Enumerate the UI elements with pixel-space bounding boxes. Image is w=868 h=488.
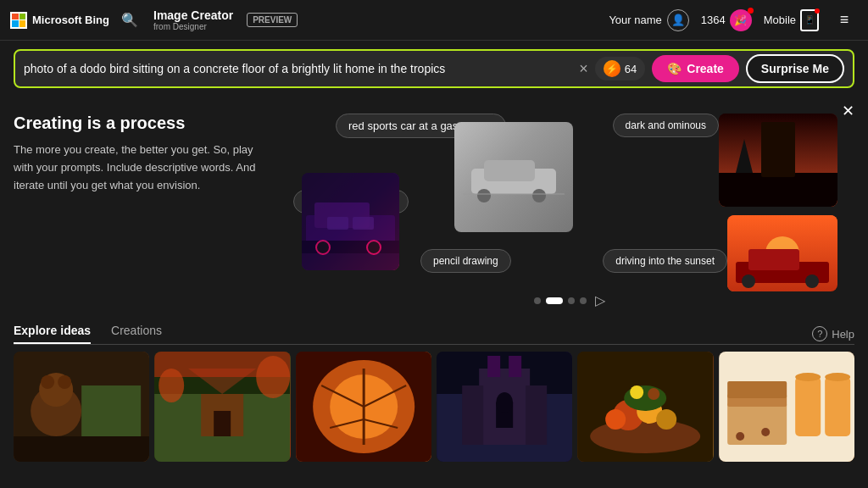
car-sketch-image [454, 122, 573, 232]
gallery-item-leaves[interactable] [296, 352, 431, 462]
svg-rect-20 [748, 249, 799, 270]
svg-point-36 [256, 356, 290, 398]
help-label: Help [832, 328, 854, 341]
create-label: Create [687, 62, 724, 75]
svg-point-68 [825, 373, 850, 381]
gallery-img-cabin [154, 352, 290, 462]
carousel-area: ✕ red sports car at a gas station neon, … [285, 105, 854, 308]
gallery-item-castle[interactable] [437, 352, 572, 462]
svg-rect-16 [761, 122, 795, 177]
svg-rect-12 [353, 217, 374, 230]
svg-rect-34 [214, 411, 231, 436]
mobile-block[interactable]: Mobile 📱 [764, 9, 819, 31]
create-icon: 🎨 [667, 62, 682, 75]
svg-rect-52 [509, 356, 521, 377]
header: Microsoft Bing 🔍 Image Creator from Desi… [0, 0, 868, 41]
suggestion-bubble-4[interactable]: dark and ominous [613, 114, 719, 137]
credits-pill: ⚡ 64 [595, 57, 645, 80]
svg-point-26 [41, 375, 54, 389]
suggestion-bubble-5[interactable]: driving into the sunset [603, 249, 727, 273]
search-icon[interactable]: 🔍 [116, 7, 143, 34]
svg-point-22 [805, 274, 819, 288]
svg-rect-51 [487, 356, 500, 377]
neon-car-visual [302, 173, 399, 270]
help-icon: ? [812, 326, 827, 341]
menu-button[interactable]: ≡ [831, 7, 858, 34]
gallery-row [14, 352, 854, 462]
svg-point-27 [58, 375, 71, 389]
neon-car-image [302, 173, 399, 270]
user-info[interactable]: Your name 👤 [609, 9, 688, 31]
svg-rect-28 [81, 385, 141, 436]
gallery-item-cabin[interactable] [154, 352, 290, 462]
svg-rect-66 [825, 377, 850, 436]
preview-badge: PREVIEW [247, 13, 298, 27]
svg-point-21 [742, 274, 755, 288]
bottom-section: Explore ideas Creations ? Help [0, 324, 868, 462]
bing-logo-icon [10, 12, 27, 29]
search-input[interactable] [24, 62, 572, 75]
svg-rect-29 [14, 436, 149, 462]
tabs-row: Explore ideas Creations ? Help [14, 324, 854, 345]
coins-block[interactable]: 1364 🎉 [701, 9, 752, 31]
svg-point-72 [736, 432, 744, 441]
gallery-img-fruits [577, 352, 713, 462]
tab-explore-ideas[interactable]: Explore ideas [14, 324, 91, 344]
svg-point-37 [159, 369, 184, 402]
red-car-sunset-image [727, 215, 837, 291]
gallery-item-drinks[interactable] [719, 352, 854, 462]
svg-rect-1 [484, 160, 535, 181]
svg-point-9 [316, 241, 330, 254]
red-car-sunset-visual [727, 215, 837, 291]
help-link[interactable]: ? Help [812, 326, 854, 341]
svg-rect-11 [327, 217, 348, 230]
dot-4[interactable] [580, 297, 587, 304]
search-bar-inner: × ⚡ 64 🎨 Create Surprise Me [14, 49, 854, 88]
user-name: Your name [609, 14, 661, 26]
svg-rect-14 [719, 173, 837, 207]
search-bar-container: × ⚡ 64 🎨 Create Surprise Me [0, 41, 868, 97]
header-right: Your name 👤 1364 🎉 Mobile 📱 ≡ [609, 7, 858, 34]
create-button[interactable]: 🎨 Create [652, 55, 739, 82]
image-creator-title: Image Creator [153, 8, 233, 22]
gallery-img-drinks [719, 352, 854, 462]
credits-bolt-icon: ⚡ [604, 60, 620, 77]
svg-point-61 [624, 385, 666, 411]
svg-point-62 [630, 385, 643, 399]
creating-desc: The more you create, the better you get.… [14, 141, 268, 194]
coins-count: 1364 [701, 14, 726, 26]
close-carousel-button[interactable]: ✕ [842, 102, 854, 120]
tab-creations[interactable]: Creations [111, 324, 162, 344]
dark-ominous-image [719, 114, 837, 207]
mobile-label: Mobile [764, 14, 796, 26]
mobile-icon: 📱 [800, 9, 819, 31]
dot-1[interactable] [534, 297, 541, 304]
bing-text: Microsoft Bing [32, 14, 109, 26]
gallery-img-castle [437, 352, 572, 462]
svg-point-59 [656, 409, 676, 430]
svg-point-2 [477, 189, 491, 202]
svg-rect-71 [727, 381, 787, 398]
svg-point-73 [761, 428, 770, 436]
clear-button[interactable]: × [579, 60, 588, 78]
gallery-item-bears[interactable] [14, 352, 149, 462]
main-content: Creating is a process The more you creat… [0, 97, 868, 317]
creating-title: Creating is a process [14, 114, 268, 133]
svg-point-63 [648, 388, 659, 400]
left-panel: Creating is a process The more you creat… [14, 105, 268, 308]
svg-point-60 [605, 409, 626, 430]
surprise-button[interactable]: Surprise Me [746, 54, 844, 83]
svg-rect-49 [462, 385, 483, 445]
gallery-item-fruits[interactable] [577, 352, 713, 462]
dot-2[interactable] [546, 297, 563, 304]
carousel-next-button[interactable]: ▷ [595, 292, 605, 308]
image-creator-block: Image Creator from Designer [153, 8, 233, 31]
avatar: 👤 [667, 9, 689, 31]
suggestion-bubble-3[interactable]: pencil drawing [420, 249, 511, 273]
credits-count: 64 [625, 63, 637, 75]
svg-rect-69 [727, 402, 787, 445]
svg-rect-65 [795, 377, 821, 436]
dot-3[interactable] [568, 297, 575, 304]
gallery-img-leaves [296, 352, 431, 462]
svg-point-54 [496, 392, 513, 413]
